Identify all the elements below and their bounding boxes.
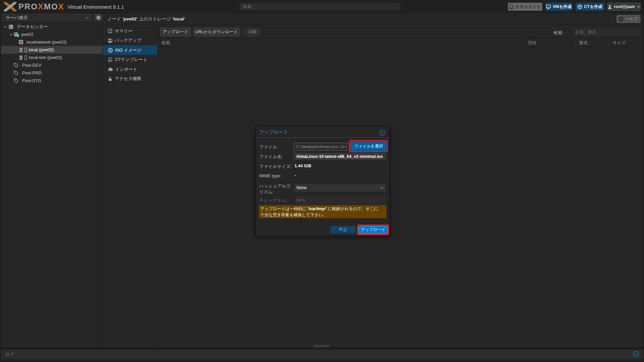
tree-item-local[interactable]: local (pve02) bbox=[1, 46, 102, 54]
svg-text:?: ? bbox=[620, 17, 622, 21]
file-cube-icon bbox=[108, 57, 113, 62]
create-vm-button[interactable]: VMを作成 bbox=[545, 3, 572, 11]
upload-warning: アップロードは一時的に '/var/tmp/' に格納されるので、そこに十分な空… bbox=[259, 205, 386, 218]
chevron-down-icon bbox=[637, 6, 640, 8]
splitter-arrow-icon bbox=[320, 346, 323, 347]
search-label: 検索: bbox=[553, 30, 564, 36]
column-header-date[interactable]: 日付 bbox=[528, 38, 537, 48]
cd-icon bbox=[108, 48, 113, 53]
hash-label: ハッシュアルゴリズム: bbox=[259, 183, 290, 195]
menu-item-ct-templates[interactable]: CTテンプレート bbox=[103, 55, 157, 65]
column-header-name[interactable]: 名前 bbox=[161, 38, 170, 48]
checksum-input[interactable] bbox=[294, 196, 386, 204]
file-input[interactable] bbox=[294, 143, 349, 150]
help-button[interactable]: ? ヘルプ bbox=[616, 15, 640, 23]
chevron-down-icon bbox=[85, 17, 89, 19]
storage-bracket-icon bbox=[24, 55, 27, 60]
column-header-size[interactable]: サイズ bbox=[612, 38, 626, 48]
content-header-bar: ノード 'pve02' 上のストレージ 'local' ? ヘルプ bbox=[103, 13, 643, 24]
upload-button[interactable]: アップロード bbox=[160, 28, 191, 36]
storage-disks-icon bbox=[19, 48, 23, 52]
menu-item-backup[interactable]: バックアップ bbox=[103, 36, 157, 46]
mime-label: MIME type: bbox=[259, 173, 281, 178]
tree-item-pool-dev[interactable]: Pool-DEV bbox=[1, 61, 102, 69]
column-separator bbox=[608, 38, 609, 47]
floppy-icon bbox=[108, 39, 112, 43]
filter-search-input[interactable] bbox=[573, 28, 640, 36]
resource-tree-panel: サーバ表示 データセンター bbox=[1, 13, 102, 348]
menu-item-iso-images[interactable]: ISO イメージ bbox=[103, 45, 157, 55]
column-separator bbox=[575, 38, 576, 47]
column-header-format[interactable]: 形式 bbox=[579, 38, 588, 48]
tree-item-local-lvm[interactable]: local-lvm (pve02) bbox=[1, 54, 102, 61]
book-icon bbox=[509, 5, 513, 9]
file-label: ファイル: bbox=[259, 144, 278, 150]
book-icon bbox=[108, 29, 112, 33]
expander-icon bbox=[4, 26, 7, 28]
log-panel-title: ログ bbox=[5, 349, 14, 359]
filename-label: ファイル名: bbox=[259, 154, 283, 160]
tree-item-localnetwork[interactable]: localnetwork (pve02) bbox=[1, 38, 102, 46]
app-header: PROXMOX Virtual Environment 9.1.1 ドキュメント… bbox=[0, 0, 644, 13]
log-panel: ログ bbox=[1, 349, 643, 359]
global-search-input[interactable] bbox=[239, 3, 400, 10]
tree-item-pool-prd[interactable]: Pool-PRD bbox=[1, 69, 102, 77]
storage-disks-icon bbox=[19, 55, 23, 60]
dialog-title: アップロード bbox=[259, 129, 288, 135]
brand-text: PROXMOX bbox=[18, 2, 64, 11]
datacenter-icon bbox=[8, 24, 13, 29]
status-ok-icon bbox=[16, 34, 19, 37]
menu-item-import[interactable]: インポート bbox=[103, 64, 157, 74]
proxmox-x-icon bbox=[3, 2, 17, 11]
upload-dialog: アップロード ファイル: ファイルを選択 ファイル名: AlmaLinux-10… bbox=[256, 126, 390, 236]
breadcrumb: ノード 'pve02' 上のストレージ 'local' bbox=[107, 13, 186, 24]
gear-icon bbox=[96, 15, 101, 20]
cloud-download-icon bbox=[108, 67, 113, 71]
create-ct-button[interactable]: CTを作成 bbox=[576, 3, 604, 11]
tag-icon bbox=[14, 63, 18, 68]
table-header: 名前 日付 形式 サイズ bbox=[158, 38, 643, 47]
menu-item-permissions[interactable]: アクセス権限 bbox=[103, 74, 157, 84]
unlock-icon bbox=[108, 77, 112, 81]
question-icon: ? bbox=[619, 17, 623, 21]
dialog-upload-button[interactable]: アップロード bbox=[359, 226, 388, 234]
checksum-label: チェックサム: bbox=[259, 197, 287, 203]
abort-button[interactable]: 中止 bbox=[330, 226, 356, 234]
expander-icon bbox=[9, 34, 13, 36]
app-title: Virtual Environment 9.1.1 bbox=[68, 4, 124, 10]
filesize-value: 1.44 GiB bbox=[294, 164, 311, 168]
mime-value: - bbox=[294, 173, 296, 178]
collapse-log-icon[interactable] bbox=[633, 351, 639, 357]
tree-item-pve02[interactable]: pve02 bbox=[1, 31, 102, 38]
menu-item-summary[interactable]: サマリー bbox=[103, 26, 157, 36]
delete-button[interactable]: 削除 bbox=[246, 28, 260, 36]
chevron-down-icon bbox=[380, 187, 383, 189]
close-icon[interactable] bbox=[379, 130, 385, 136]
tree-settings-button[interactable] bbox=[95, 14, 102, 21]
tree-item-pool-stg[interactable]: Pool-STG bbox=[1, 77, 102, 84]
storage-menu-panel: サマリー バックアップ ISO イメージ CTテンプレート インポート アクセス… bbox=[103, 25, 157, 348]
filename-field[interactable]: AlmaLinux-10-latest-x86_64_v2-minimal.is… bbox=[294, 153, 386, 160]
user-icon bbox=[608, 5, 612, 9]
filesize-label: ファイルサイズ: bbox=[259, 164, 292, 170]
toolbar-separator bbox=[243, 29, 243, 35]
network-grid-icon bbox=[19, 40, 23, 44]
choose-file-button[interactable]: ファイルを選択 bbox=[351, 141, 386, 151]
download-from-url-button[interactable]: URLからダウンロード bbox=[194, 28, 239, 36]
documentation-button[interactable]: ドキュメント bbox=[508, 3, 542, 11]
proxmox-logo: PROXMOX Virtual Environment 9.1.1 bbox=[3, 2, 124, 12]
view-mode-select[interactable]: サーバ表示 bbox=[3, 14, 92, 21]
tree-item-datacenter[interactable]: データセンター bbox=[1, 23, 102, 31]
hash-algorithm-select[interactable]: None bbox=[294, 184, 386, 192]
cube-icon bbox=[578, 4, 582, 9]
content-panel: アップロード URLからダウンロード 削除 検索: 名前 日付 形式 サイズ bbox=[157, 25, 643, 348]
user-menu-button[interactable]: root@pam bbox=[607, 3, 641, 11]
tag-icon bbox=[14, 78, 18, 83]
storage-bracket-icon bbox=[24, 48, 27, 52]
column-separator bbox=[523, 38, 523, 47]
monitor-icon bbox=[546, 5, 551, 9]
tag-icon bbox=[14, 71, 18, 75]
